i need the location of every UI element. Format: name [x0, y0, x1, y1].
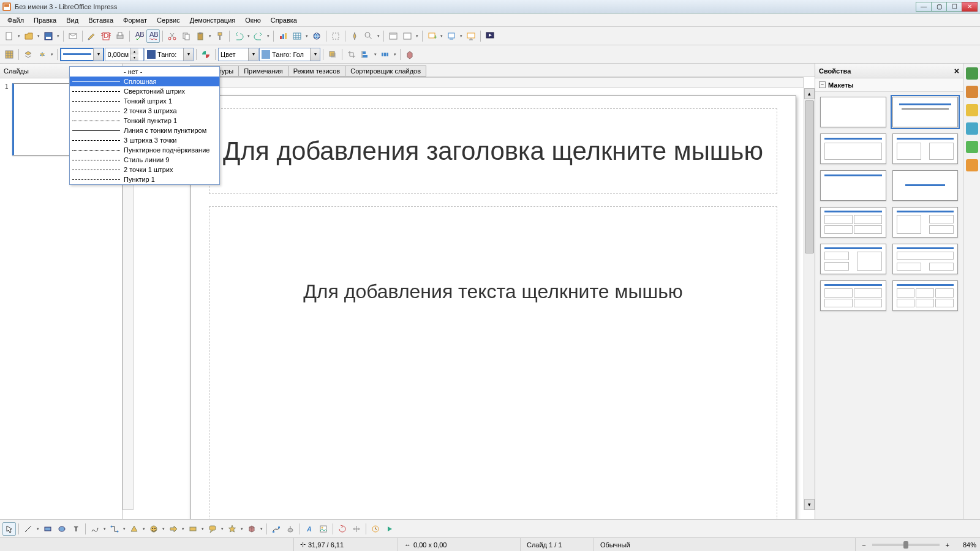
new-dropdown[interactable]: ▾ [17, 29, 21, 43]
extrusion-button[interactable] [403, 48, 417, 61]
menu-insert[interactable]: Вставка [83, 15, 118, 25]
layout-4-grid[interactable] [820, 280, 886, 311]
save-dropdown[interactable]: ▾ [56, 29, 61, 43]
close-button[interactable]: ✕ [962, 2, 978, 12]
line-style-option[interactable]: Тонкий пунктир 1 [70, 116, 219, 126]
slide-canvas[interactable]: Для добавления заголовка щелкните мышью … [190, 96, 796, 521]
zoom-percent[interactable]: 84% [952, 541, 976, 549]
line-style-option[interactable]: Сплошная [70, 77, 219, 86]
expand-slide-button[interactable] [445, 29, 458, 43]
navigator-deck-icon[interactable] [966, 159, 978, 171]
open-button[interactable] [22, 29, 36, 43]
copy-button[interactable] [179, 29, 193, 43]
line-color-combo[interactable]: Танго: ▾ [145, 48, 194, 61]
redo-button[interactable] [252, 29, 265, 43]
line-style-option[interactable]: 2 точки 1 штрих [70, 165, 219, 174]
arrange-button[interactable] [36, 48, 49, 61]
line-style-option[interactable]: 2 точки 3 штриха [70, 106, 219, 116]
layout-1-2[interactable] [892, 207, 959, 238]
zoom-button[interactable] [362, 29, 375, 43]
connector-tool[interactable] [108, 522, 121, 536]
line-tool[interactable] [21, 522, 35, 536]
block-arrows-tool[interactable] [167, 522, 180, 536]
email-button[interactable] [66, 29, 80, 43]
animation-tool[interactable] [383, 522, 396, 536]
text-tool[interactable]: T [69, 522, 83, 536]
restore-button[interactable]: ▢ [931, 2, 947, 12]
symbol-shapes-tool[interactable] [147, 522, 160, 536]
line-width-spinner[interactable]: ▴▾ [105, 48, 144, 61]
line-style-option[interactable]: Сверхтонкий штрих [70, 86, 219, 96]
save-button[interactable] [42, 29, 55, 43]
slide-design-dropdown[interactable]: ▾ [415, 29, 420, 43]
new-button[interactable] [2, 29, 16, 43]
layout-title-content[interactable] [820, 133, 886, 164]
layout-title[interactable] [892, 97, 959, 127]
fill-type-combo[interactable]: Цвет ▾ [218, 48, 258, 61]
chart-button[interactable] [276, 29, 290, 43]
layout-title-only[interactable] [820, 170, 886, 201]
navigator-button[interactable] [348, 29, 361, 43]
line-style-option[interactable]: 3 штриха 3 точки [70, 135, 219, 145]
animation-deck-icon[interactable] [966, 104, 978, 116]
layout-centered[interactable] [892, 170, 959, 201]
start-slideshow-button[interactable] [483, 29, 497, 43]
paste-button[interactable] [194, 29, 207, 43]
zoom-in-button[interactable]: + [943, 541, 952, 549]
maximize-button[interactable]: ☐ [946, 2, 962, 12]
align-dropdown[interactable]: ▾ [373, 48, 378, 61]
spellcheck-button[interactable]: ABC [132, 29, 146, 43]
shadow-button[interactable] [326, 48, 339, 61]
gluepoints-tool[interactable] [284, 522, 297, 536]
expand-slide-dropdown[interactable]: ▾ [459, 29, 464, 43]
layout-2-1[interactable] [820, 244, 886, 274]
undo-dropdown[interactable]: ▾ [246, 29, 251, 43]
slide-design-button[interactable] [401, 29, 414, 43]
zoom-out-button[interactable]: − [859, 541, 868, 549]
flowchart-tool[interactable] [186, 522, 200, 536]
menu-edit[interactable]: Правка [29, 15, 61, 25]
layer-button[interactable] [21, 48, 35, 61]
hyperlink-button[interactable] [310, 29, 323, 43]
pdf-export-button[interactable]: PDF [99, 29, 113, 43]
menu-view[interactable]: Вид [61, 15, 83, 25]
distribute-button[interactable] [379, 48, 392, 61]
3d-tool[interactable] [245, 522, 258, 536]
menu-window[interactable]: Окно [240, 15, 266, 25]
snap-grid-button[interactable] [2, 48, 16, 61]
close-panel-icon[interactable]: × [954, 66, 959, 76]
menu-slideshow[interactable]: Демонстрация [185, 15, 241, 25]
layout-6-grid[interactable] [892, 280, 959, 311]
transition-deck-icon[interactable] [966, 122, 978, 135]
line-width-value[interactable] [105, 51, 130, 58]
arrange-dropdown[interactable]: ▾ [50, 48, 55, 61]
print-button[interactable] [113, 29, 127, 43]
points-tool[interactable] [270, 522, 283, 536]
callout-tool[interactable] [206, 522, 219, 536]
tab-sorter[interactable]: Сортировщик слайдов [345, 66, 426, 77]
open-dropdown[interactable]: ▾ [36, 29, 41, 43]
from-file-tool[interactable] [317, 522, 330, 536]
cut-button[interactable] [165, 29, 179, 43]
autospell-button[interactable]: ABC [146, 29, 160, 43]
redo-dropdown[interactable]: ▾ [266, 29, 271, 43]
position-size-tool[interactable] [350, 522, 363, 536]
fill-color-combo[interactable]: Танго: Гол ▾ [259, 48, 320, 61]
guides-button[interactable] [329, 29, 342, 43]
line-style-dropdown[interactable]: - нет - Сплошная Сверхтонкий штрих Тонки… [69, 66, 220, 185]
distribute-dropdown[interactable]: ▾ [393, 48, 398, 61]
edit-mode-button[interactable] [85, 29, 99, 43]
master-deck-icon[interactable] [966, 86, 978, 98]
insert-slide-dropdown[interactable]: ▾ [439, 29, 444, 43]
content-placeholder[interactable]: Для добавления текста щелкните мышью [209, 206, 777, 521]
basic-shapes-tool[interactable] [127, 522, 141, 536]
slide-layout-button[interactable] [386, 29, 400, 43]
gallery-deck-icon[interactable] [966, 141, 978, 153]
line-style-option[interactable]: Линия с тонким пунктиром [70, 126, 219, 135]
zoom-dropdown[interactable]: ▾ [376, 29, 381, 43]
menu-format[interactable]: Формат [118, 15, 152, 25]
layout-two-content[interactable] [892, 133, 959, 164]
insert-slide-button[interactable]: + [425, 29, 439, 43]
menu-help[interactable]: Справка [266, 15, 302, 25]
layout-top-2bottom[interactable] [892, 244, 959, 274]
